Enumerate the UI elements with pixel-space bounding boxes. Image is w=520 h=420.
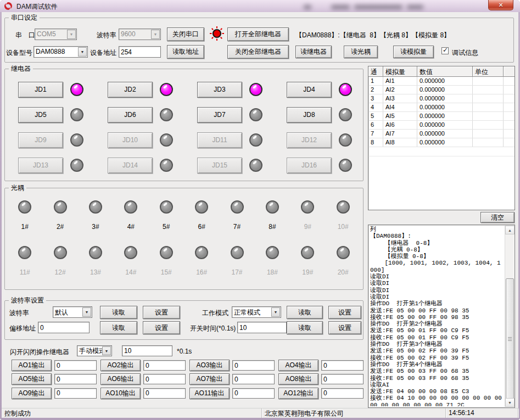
relay-cell: JD6 [94, 102, 184, 127]
opto-label: 7# [233, 223, 241, 231]
address-label: 设备地址 [90, 48, 116, 58]
relay-button[interactable]: JD7 [197, 107, 242, 123]
ao-output-button[interactable]: AO6输出 [100, 373, 141, 385]
log-scrollbar[interactable]: ▲ ▼ [505, 226, 514, 407]
log-line: 读取DI [370, 287, 504, 294]
cell-channel: 5 [368, 112, 383, 120]
flash-mode-select[interactable]: 手动模式 ▼ [77, 345, 112, 356]
log-output[interactable]: 列【DAM0888】: 【继电器 0-8】 【光耦 0-8】 【模拟量 0-8】… [368, 225, 515, 408]
baud-settings-group: 波特率设置 波特率 默认 ▼ 读取 设置 工作模式 正常模式 ▼ 读取 设置 偏… [4, 300, 364, 340]
scroll-up-button[interactable]: ▲ [505, 226, 515, 234]
ao-value-input[interactable] [321, 374, 364, 384]
scroll-down-button[interactable]: ▼ [505, 398, 515, 407]
relay-button[interactable]: JD13 [18, 158, 63, 173]
relay-button[interactable]: JD10 [108, 132, 153, 148]
ao-output-button[interactable]: AO10输出 [100, 388, 141, 399]
baud-rate-select[interactable]: 9600 ▼ [119, 29, 161, 40]
offset-set-button[interactable]: 设置 [143, 321, 180, 334]
log-line: 【DAM0888】: [370, 233, 504, 239]
relay-button[interactable]: JD8 [287, 107, 332, 123]
baud-set-button[interactable]: 设置 [143, 306, 180, 319]
close-button[interactable]: ✕ [488, 0, 513, 10]
close-port-button[interactable]: 关闭串口 [167, 27, 204, 41]
opto-cell: 11# [7, 242, 42, 287]
relay-button-label: JD6 [124, 111, 136, 119]
relay-led-indicator [249, 108, 262, 121]
ao-output-button-label: AO7输出 [196, 374, 222, 384]
device-model-value: DAM0888 [36, 48, 65, 55]
cell-name: AI3 [383, 94, 417, 103]
opto-label: 10# [338, 223, 349, 231]
ao-output-button-label: AO10输出 [105, 389, 136, 398]
relay-button[interactable]: JD14 [108, 158, 153, 173]
ao-output-button[interactable]: AO2输出 [100, 360, 141, 371]
switch-time-label: 开关时间(*0.1s) [190, 324, 236, 333]
device-model-select[interactable]: DAM0888 ▼ [33, 46, 88, 58]
com-port-select[interactable]: COM5 ▼ [35, 29, 77, 40]
ao-output-button[interactable]: AO12输出 [278, 388, 318, 399]
opto-led-indicator [18, 246, 31, 259]
device-address-input[interactable] [119, 46, 161, 58]
ao-value-input[interactable] [54, 374, 97, 384]
ao-value-input[interactable] [232, 374, 275, 384]
ao-value-input[interactable] [54, 388, 97, 399]
cell-name: AI2 [383, 86, 417, 94]
relay-button[interactable]: JD9 [18, 132, 63, 148]
relay-button[interactable]: JD15 [197, 158, 242, 173]
relay-button[interactable]: JD5 [18, 107, 63, 123]
relay-button[interactable]: JD16 [287, 158, 332, 173]
relay-button[interactable]: JD12 [287, 132, 332, 148]
ao-output-button[interactable]: AO11输出 [189, 388, 230, 399]
ao-cell: AO8输出 [278, 372, 367, 386]
read-relay-button[interactable]: 读继电器 [295, 46, 332, 58]
switch-time-set-button[interactable]: 设置 [328, 321, 361, 334]
relay-button[interactable]: JD6 [108, 107, 153, 123]
ao-output-button[interactable]: AO1输出 [12, 360, 52, 371]
close-all-relays-button[interactable]: 关闭全部继电器 [227, 45, 289, 59]
relay-button[interactable]: JD4 [287, 82, 332, 98]
ao-value-input[interactable] [143, 374, 186, 384]
ao-output-button[interactable]: AO7输出 [189, 373, 230, 385]
port-label: 串 口 [15, 31, 35, 40]
ao-value-input[interactable] [143, 360, 186, 371]
ao-output-button[interactable]: AO5输出 [12, 373, 52, 385]
baud-read-button[interactable]: 读取 [100, 306, 137, 319]
offset-address-input[interactable] [38, 322, 90, 333]
debug-info-checkbox[interactable]: ✓ [441, 47, 449, 54]
switch-time-read-button[interactable]: 读取 [287, 321, 323, 334]
cell-channel: 4 [368, 103, 383, 111]
work-mode-set-button[interactable]: 设置 [328, 306, 361, 319]
relay-button[interactable]: JD1 [18, 82, 63, 98]
ao-output-button[interactable]: AO8输出 [278, 373, 318, 385]
switch-time-input[interactable] [237, 322, 287, 333]
ao-output-button[interactable]: AO4输出 [278, 360, 318, 371]
ao-value-input[interactable] [232, 388, 275, 399]
read-opto-button[interactable]: 读光耦 [344, 46, 378, 58]
relay-button-label: JD14 [122, 161, 138, 169]
ao-output-button[interactable]: AO9输出 [12, 388, 52, 399]
work-mode-select[interactable]: 正常模式 ▼ [232, 306, 281, 318]
scroll-thumb[interactable] [506, 278, 514, 400]
relay-button[interactable]: JD3 [197, 82, 242, 98]
read-analog-button[interactable]: 读模拟量 [393, 46, 434, 58]
baud-setting-select[interactable]: 默认 ▼ [53, 306, 92, 318]
relay-button-label: JD3 [214, 86, 225, 93]
work-mode-read-button[interactable]: 读取 [287, 306, 323, 319]
flash-time-input[interactable] [122, 345, 172, 356]
cell-value: 0.000000 [417, 94, 473, 103]
ao-value-input[interactable] [143, 388, 186, 399]
relay-button[interactable]: JD2 [108, 82, 153, 98]
ao-value-input[interactable] [321, 360, 364, 371]
relay-button[interactable]: JD11 [197, 132, 242, 148]
relay-led-indicator [339, 159, 352, 172]
clear-log-button[interactable]: 清空 [480, 212, 515, 223]
ao-value-input[interactable] [232, 360, 275, 371]
ao-value-input[interactable] [54, 360, 97, 371]
read-address-button[interactable]: 读取地址 [167, 45, 204, 59]
ao-output-button[interactable]: AO3输出 [189, 360, 230, 371]
ao-value-input[interactable] [321, 388, 364, 399]
open-all-relays-button[interactable]: 打开全部继电器 [227, 27, 289, 41]
offset-read-button[interactable]: 读取 [100, 321, 137, 334]
relay-cell: JD2 [94, 77, 184, 102]
relay-cell: JD11 [184, 127, 273, 153]
